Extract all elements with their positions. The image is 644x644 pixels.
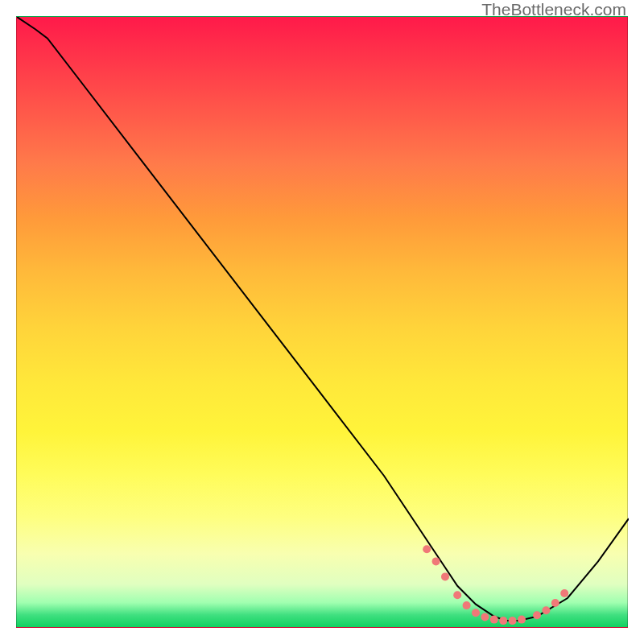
watermark-text: TheBottleneck.com [481,0,626,19]
marker-dots [423,545,568,625]
bottleneck-curve [17,17,629,621]
chart-container: TheBottleneck.com [0,0,644,644]
marker-dot [499,617,507,625]
plot-area [16,16,628,628]
marker-dot [542,606,550,614]
curve-path [17,17,629,621]
marker-dot [481,613,489,621]
marker-dot [441,572,449,580]
marker-dot [423,545,431,553]
marker-dot [472,609,480,617]
marker-dot [463,601,471,609]
chart-svg [17,17,629,629]
marker-dot [551,599,559,607]
marker-dot [453,591,461,599]
marker-dot [490,616,498,624]
marker-dot [509,617,517,625]
marker-dot [518,616,526,624]
marker-dot [432,557,440,565]
marker-dot [560,589,568,597]
marker-dot [533,611,541,619]
